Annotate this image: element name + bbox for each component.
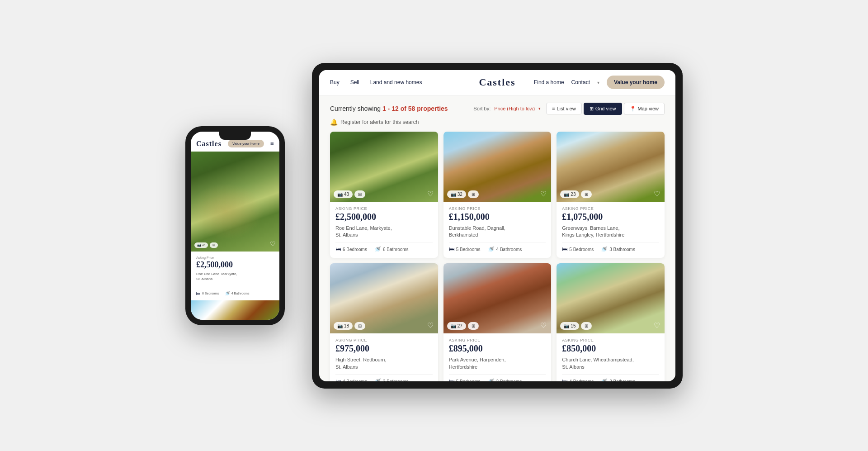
nav-contact[interactable]: Contact bbox=[571, 79, 590, 85]
card-bedrooms: 🛏 5 Bedrooms bbox=[449, 246, 481, 252]
card-image: 📷 27 ⊞ ♡ bbox=[443, 263, 552, 333]
card-image: 📷 18 ⊞ ♡ bbox=[330, 263, 438, 333]
card-bathrooms: 🚿 3 Bathrooms bbox=[374, 378, 409, 381]
bath-icon: 🚿 bbox=[488, 246, 495, 252]
camera-icon: 📷 bbox=[451, 192, 456, 197]
floorplan-icon: ⊞ bbox=[585, 192, 588, 197]
card-bedrooms: 🛏 4 Bedrooms bbox=[335, 378, 367, 381]
phone-photo-count: 📷 43 bbox=[194, 242, 208, 248]
card-price: £1,150,000 bbox=[449, 212, 546, 222]
phone-value-button[interactable]: Value your home bbox=[228, 140, 264, 147]
grid-icon: ⊞ bbox=[590, 106, 594, 112]
tablet-nav-left: Buy Sell Land and new homes bbox=[330, 79, 422, 85]
nav-land[interactable]: Land and new homes bbox=[370, 79, 422, 85]
card-photo-count: 📷 27 bbox=[447, 322, 466, 330]
card-photo-count: 📷 43 bbox=[334, 190, 353, 198]
floorplan-icon: ⊞ bbox=[472, 192, 475, 197]
card-address: Greenways, Barnes Lane,Kings Langley, He… bbox=[562, 225, 659, 239]
card-price: £895,000 bbox=[449, 343, 546, 354]
card-features: 🛏 5 Bedrooms 🚿 3 Bathrooms bbox=[562, 242, 659, 252]
card-floorplan: ⊞ bbox=[581, 190, 592, 198]
card-asking-label: Asking Price bbox=[449, 338, 546, 342]
card-floorplan: ⊞ bbox=[354, 190, 365, 198]
card-body: Asking Price £1,150,000 Dunstable Road, … bbox=[443, 202, 552, 258]
list-view-button[interactable]: ≡ List view bbox=[546, 103, 582, 114]
nav-find-home[interactable]: Find a home bbox=[534, 79, 564, 85]
nav-buy[interactable]: Buy bbox=[330, 79, 340, 85]
property-card[interactable]: 📷 18 ⊞ ♡ Asking Price £975,000 High Stre… bbox=[330, 263, 438, 381]
property-card[interactable]: 📷 15 ⊞ ♡ Asking Price £850,000 Church La… bbox=[557, 263, 665, 381]
camera-icon: 📷 bbox=[337, 323, 343, 328]
card-body: Asking Price £895,000 Park Avenue, Harpe… bbox=[443, 333, 552, 381]
tablet-frame: Buy Sell Land and new homes Castles Find… bbox=[312, 63, 683, 389]
card-bedrooms: 🛏 6 Bedrooms bbox=[335, 246, 367, 252]
card-bathrooms: 🚿 3 Bathrooms bbox=[601, 246, 635, 252]
sort-label: Sort by: bbox=[473, 106, 491, 111]
card-favourite[interactable]: ♡ bbox=[427, 321, 434, 330]
card-floorplan: ⊞ bbox=[468, 322, 479, 330]
grid-view-button[interactable]: ⊞ Grid view bbox=[584, 103, 622, 115]
sort-area: Sort by: Price (High to low) ▾ bbox=[473, 106, 541, 111]
bed-icon: 🛏 bbox=[335, 378, 341, 381]
bath-icon: 🚿 bbox=[601, 246, 608, 252]
card-body: Asking Price £850,000 Church Lane, Wheat… bbox=[557, 333, 665, 381]
property-card[interactable]: 📷 23 ⊞ ♡ Asking Price £1,075,000 Greenwa… bbox=[557, 132, 665, 258]
card-photo-count: 📷 15 bbox=[560, 322, 579, 330]
card-asking-label: Asking Price bbox=[562, 206, 659, 211]
sort-select[interactable]: Price (High to low) bbox=[494, 106, 535, 111]
card-address: Park Avenue, Harpenden,Hertfordshire bbox=[449, 356, 546, 370]
bed-icon: 🛏 bbox=[449, 246, 454, 252]
floorplan-icon: ⊞ bbox=[585, 323, 588, 328]
card-badges: 📷 27 ⊞ bbox=[447, 322, 479, 330]
tablet-value-button[interactable]: Value your home bbox=[607, 76, 665, 89]
alert-bar[interactable]: 🔔 Register for alerts for this search bbox=[330, 119, 665, 126]
phone-image-overlay: 📷 43 ⊞ bbox=[194, 242, 218, 248]
card-price: £1,075,000 bbox=[562, 212, 659, 222]
card-bathrooms: 🚿 2 Bathrooms bbox=[601, 378, 635, 381]
camera-icon: 📷 bbox=[564, 192, 569, 197]
card-badges: 📷 32 ⊞ bbox=[447, 190, 479, 198]
card-favourite[interactable]: ♡ bbox=[540, 190, 547, 198]
card-asking-label: Asking Price bbox=[335, 338, 433, 342]
bath-icon: 🚿 bbox=[374, 246, 381, 252]
camera-icon: 📷 bbox=[564, 323, 569, 328]
card-asking-label: Asking Price bbox=[562, 338, 659, 342]
card-photo-count: 📷 32 bbox=[447, 190, 466, 198]
phone-bathrooms: 🚿 4 Bathrooms bbox=[225, 291, 250, 296]
card-favourite[interactable]: ♡ bbox=[654, 190, 660, 198]
list-icon: ≡ bbox=[552, 106, 555, 111]
property-card[interactable]: 📷 27 ⊞ ♡ Asking Price £895,000 Park Aven… bbox=[443, 263, 552, 381]
property-card[interactable]: 📷 43 ⊞ ♡ Asking Price £2,500,000 Roe End… bbox=[330, 132, 438, 258]
card-image: 📷 15 ⊞ ♡ bbox=[557, 263, 665, 333]
card-image: 📷 23 ⊞ ♡ bbox=[557, 132, 665, 202]
card-floorplan: ⊞ bbox=[354, 322, 365, 330]
nav-sell[interactable]: Sell bbox=[350, 79, 359, 85]
phone-mockup: Castles Value your home ≡ 📷 43 ⊞ ♡ bbox=[185, 126, 285, 325]
card-address: Dunstable Road, Dagnall,Berkhamsted bbox=[449, 225, 546, 239]
card-photo-count: 📷 23 bbox=[560, 190, 579, 198]
card-bedrooms: 🛏 4 Bedrooms bbox=[562, 378, 594, 381]
floorplan-icon: ⊞ bbox=[358, 192, 362, 197]
card-favourite[interactable]: ♡ bbox=[427, 190, 434, 198]
card-body: Asking Price £975,000 High Street, Redbo… bbox=[330, 333, 438, 381]
tablet-nav: Buy Sell Land and new homes Castles Find… bbox=[319, 70, 675, 95]
map-view-button[interactable]: 📍 Map view bbox=[624, 103, 665, 115]
card-favourite[interactable]: ♡ bbox=[540, 321, 547, 330]
card-bathrooms: 🚿 2 Bathrooms bbox=[488, 378, 522, 381]
property-card[interactable]: 📷 32 ⊞ ♡ Asking Price £1,150,000 Dunstab… bbox=[443, 132, 552, 258]
phone-property-image: 📷 43 ⊞ ♡ bbox=[191, 152, 279, 252]
tablet-mockup: Buy Sell Land and new homes Castles Find… bbox=[312, 63, 683, 389]
phone-menu-icon[interactable]: ≡ bbox=[270, 140, 274, 147]
tablet-nav-right: Find a home Contact ▾ Value your home bbox=[534, 76, 665, 89]
card-badges: 📷 23 ⊞ bbox=[560, 190, 592, 198]
phone-address: Roe End Lane, Markyate, St. Albans bbox=[196, 271, 274, 281]
card-address: High Street, Redbourn,St. Albans bbox=[335, 356, 433, 370]
card-floorplan: ⊞ bbox=[468, 190, 479, 198]
phone-screen: Castles Value your home ≡ 📷 43 ⊞ ♡ bbox=[191, 132, 279, 320]
camera-icon: 📷 bbox=[337, 192, 343, 197]
phone-second-property-image bbox=[191, 300, 279, 320]
phone-features: 🛏 6 Bedrooms 🚿 4 Bathrooms bbox=[196, 287, 274, 296]
phone-favourite-heart[interactable]: ♡ bbox=[270, 240, 276, 248]
card-image: 📷 32 ⊞ ♡ bbox=[443, 132, 552, 202]
card-favourite[interactable]: ♡ bbox=[654, 321, 660, 330]
